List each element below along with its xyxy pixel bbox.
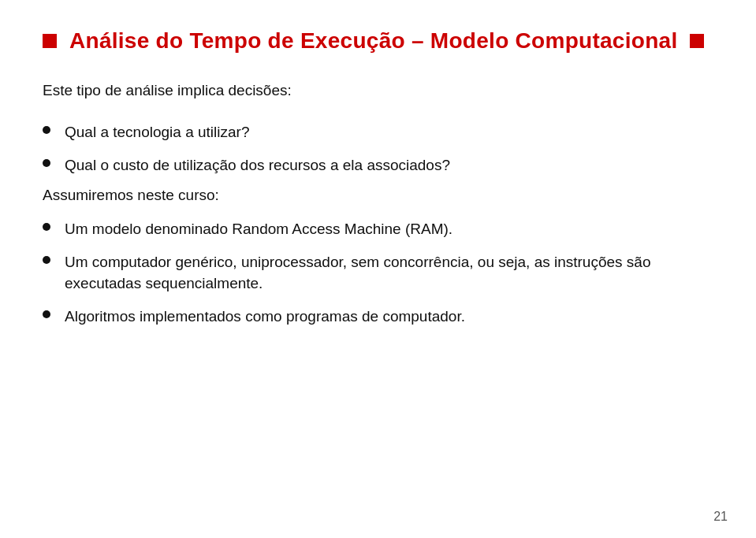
title-bar: Análise do Tempo de Execução – Modelo Co… bbox=[43, 28, 713, 54]
intro-text: Este tipo de análise implica decisões: bbox=[43, 82, 713, 99]
list-item: Um computador genérico, uniprocessador, … bbox=[43, 251, 713, 295]
bullet-dot-icon bbox=[43, 126, 50, 134]
bullet-dot-icon bbox=[43, 223, 50, 231]
page-number: 21 bbox=[713, 510, 728, 524]
list-item: Qual o custo de utilização dos recursos … bbox=[43, 154, 713, 176]
bullet-text-3: Um modelo denominado Random Access Machi… bbox=[65, 218, 713, 240]
top-bullets: Qual a tecnologia a utilizar? Qual o cus… bbox=[43, 121, 713, 176]
title-square-left bbox=[43, 34, 57, 48]
bullet-text-2: Qual o custo de utilização dos recursos … bbox=[65, 154, 713, 176]
list-item: Algoritmos implementados como programas … bbox=[43, 306, 713, 328]
bullet-dot-icon bbox=[43, 159, 50, 167]
slide-title: Análise do Tempo de Execução – Modelo Co… bbox=[69, 28, 677, 54]
section-heading: Assumiremos neste curso: bbox=[43, 187, 713, 204]
bullet-text-4: Um computador genérico, uniprocessador, … bbox=[65, 251, 713, 295]
list-item: Qual a tecnologia a utilizar? bbox=[43, 121, 713, 143]
bullet-dot-icon bbox=[43, 310, 50, 318]
slide-container: Análise do Tempo de Execução – Modelo Co… bbox=[0, 0, 756, 538]
bullet-text-1: Qual a tecnologia a utilizar? bbox=[65, 121, 713, 143]
list-item: Um modelo denominado Random Access Machi… bbox=[43, 218, 713, 240]
bottom-bullets: Um modelo denominado Random Access Machi… bbox=[43, 218, 713, 327]
bullet-dot-icon bbox=[43, 256, 50, 264]
bullet-text-5: Algoritmos implementados como programas … bbox=[65, 306, 713, 328]
title-square-right bbox=[690, 34, 704, 48]
